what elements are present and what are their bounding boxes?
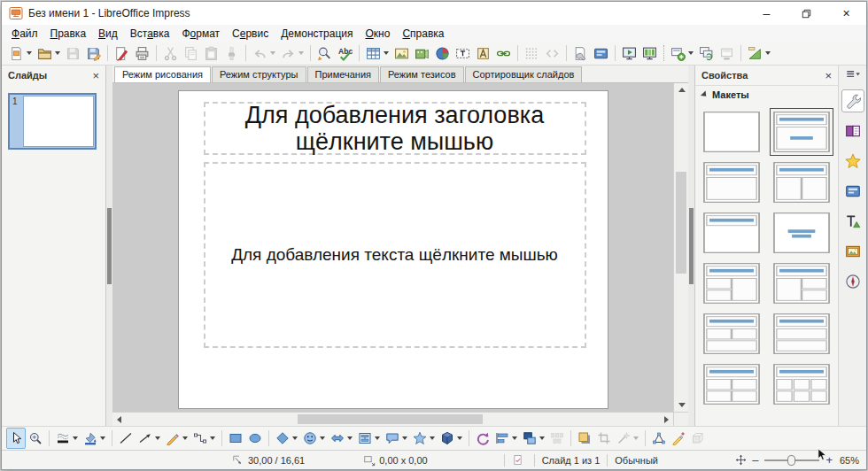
splitter-grip[interactable]	[107, 208, 112, 284]
scroll-down-icon[interactable]	[678, 403, 686, 407]
start-from-current-slide-button[interactable]	[639, 42, 660, 64]
body-placeholder[interactable]: Для добавления текста щёлкните мышью	[204, 162, 586, 348]
view-tab[interactable]: Примечания	[307, 66, 380, 82]
dropdown-arrow-icon[interactable]	[73, 436, 78, 440]
dropdown-arrow-icon[interactable]	[402, 436, 407, 440]
animation-deck-button[interactable]	[841, 150, 864, 173]
menu-item[interactable]: Вставка	[124, 27, 176, 41]
dropdown-arrow-icon[interactable]	[298, 51, 304, 55]
dropdown-arrow-icon[interactable]	[292, 436, 298, 440]
dropdown-arrow-icon[interactable]	[270, 51, 275, 55]
slide-thumbnail-page[interactable]	[23, 96, 94, 147]
slide-page[interactable]: Для добавления заголовка щёлкните мышью …	[178, 90, 608, 409]
shadow-button[interactable]	[575, 428, 594, 449]
dropdown-arrow-icon[interactable]	[430, 436, 435, 440]
layout-title-only[interactable]	[703, 212, 760, 253]
ellipse-button[interactable]	[245, 428, 265, 449]
slide-canvas[interactable]: Для добавления заголовка щёлкните мышью …	[112, 83, 673, 412]
master-slide-button[interactable]	[591, 42, 611, 64]
fill-color-button[interactable]	[81, 428, 108, 449]
insert-media-button[interactable]	[412, 42, 432, 64]
dropdown-arrow-icon[interactable]	[100, 436, 105, 440]
rectangle-button[interactable]	[226, 428, 245, 449]
curves-and-polygons-button[interactable]	[163, 428, 190, 449]
slide-properties-button[interactable]	[570, 42, 591, 64]
dropdown-arrow-icon[interactable]	[633, 436, 639, 440]
layout-four-content[interactable]	[703, 364, 760, 405]
rotate-button[interactable]	[473, 428, 492, 449]
scroll-left-icon[interactable]	[117, 416, 121, 423]
zoom-slider[interactable]	[764, 459, 819, 461]
close-button[interactable]: ×	[826, 2, 866, 25]
new-slide-button[interactable]	[668, 42, 696, 64]
view-tab[interactable]: Сортировщик слайдов	[465, 66, 583, 82]
dropdown-arrow-icon[interactable]	[765, 51, 771, 55]
fit-slide-icon[interactable]	[735, 454, 747, 466]
splitter-grip[interactable]	[689, 208, 694, 284]
zoom-button[interactable]	[26, 428, 45, 449]
zoom-out-button[interactable]: –	[750, 453, 760, 467]
properties-deck-button[interactable]	[841, 89, 864, 112]
callout-shapes-button[interactable]	[383, 428, 410, 449]
title-placeholder[interactable]: Для добавления заголовка щёлкните мышью	[204, 102, 586, 155]
dropdown-arrow-icon[interactable]	[457, 436, 462, 440]
flowchart-shapes-button[interactable]	[355, 428, 383, 449]
dropdown-arrow-icon[interactable]	[375, 436, 380, 440]
layout-title-content[interactable]	[773, 112, 830, 152]
spelling-button[interactable]: Abc	[335, 42, 355, 64]
dropdown-arrow-icon[interactable]	[539, 436, 545, 440]
menu-item[interactable]: Демонстрация	[275, 27, 359, 41]
dropdown-arrow-icon[interactable]	[688, 51, 694, 55]
duplicate-slide-button[interactable]	[696, 42, 717, 64]
arrange-objects-button[interactable]	[520, 428, 547, 449]
gallery-deck-button[interactable]	[841, 240, 864, 263]
view-tab[interactable]: Режим рисования	[114, 66, 211, 82]
zoom-in-button[interactable]: +	[824, 453, 834, 467]
slide-thumbnail[interactable]: 1	[8, 93, 97, 150]
zoom-slider-thumb[interactable]	[787, 455, 795, 466]
insert-chart-button[interactable]	[432, 42, 453, 64]
star-shapes-button[interactable]	[410, 428, 438, 449]
layout-two-content-left-content-right[interactable]	[703, 263, 760, 304]
dropdown-arrow-icon[interactable]	[155, 436, 160, 440]
sidebar-splitter[interactable]	[688, 66, 694, 426]
close-icon[interactable]: ×	[825, 69, 832, 82]
open-button[interactable]	[35, 42, 63, 64]
menu-item[interactable]: Формат	[175, 27, 226, 41]
vertical-scrollbar-thumb[interactable]	[676, 172, 686, 274]
dropdown-arrow-icon[interactable]	[320, 436, 325, 440]
align-objects-button[interactable]	[492, 428, 520, 449]
view-tab[interactable]: Режим структуры	[212, 66, 306, 82]
save-as-button[interactable]	[83, 42, 104, 64]
edit-points-button[interactable]	[649, 428, 669, 449]
slide-transition-deck-button[interactable]	[841, 120, 864, 143]
basic-shapes-button[interactable]	[273, 428, 300, 449]
insert-table-button[interactable]	[363, 42, 391, 64]
navigator-deck-button[interactable]	[841, 270, 864, 293]
slide-indicator[interactable]: Слайд 1 из 1	[542, 455, 601, 466]
dropdown-arrow-icon[interactable]	[210, 436, 215, 440]
slide-layout-button[interactable]	[745, 42, 773, 64]
scroll-up-icon[interactable]	[678, 88, 686, 92]
symbol-shapes-button[interactable]	[300, 428, 328, 449]
insert-hyperlink-button[interactable]	[493, 42, 514, 64]
dropdown-arrow-icon[interactable]	[55, 51, 60, 55]
menu-item[interactable]: Сервис	[226, 27, 275, 41]
dropdown-arrow-icon[interactable]	[27, 51, 32, 55]
find-and-replace-button[interactable]	[314, 42, 335, 64]
line-style-button[interactable]	[53, 428, 81, 449]
menu-item[interactable]: Окно	[360, 27, 397, 41]
insert-text-box-button[interactable]	[453, 42, 473, 64]
layouts-section-header[interactable]: Макеты	[695, 85, 838, 104]
view-tab[interactable]: Режим тезисов	[380, 66, 464, 82]
layout-title-content-full[interactable]	[703, 162, 760, 203]
dropdown-arrow-icon[interactable]	[512, 436, 517, 440]
horizontal-scrollbar[interactable]	[112, 412, 673, 426]
insert-line-button[interactable]	[116, 428, 136, 449]
minimize-button[interactable]: –	[747, 2, 787, 25]
restore-button[interactable]	[787, 2, 826, 25]
print-button[interactable]	[132, 42, 152, 64]
menu-item[interactable]: Вид	[92, 27, 124, 41]
select-button[interactable]	[6, 428, 26, 449]
3d-objects-button[interactable]	[438, 428, 465, 449]
